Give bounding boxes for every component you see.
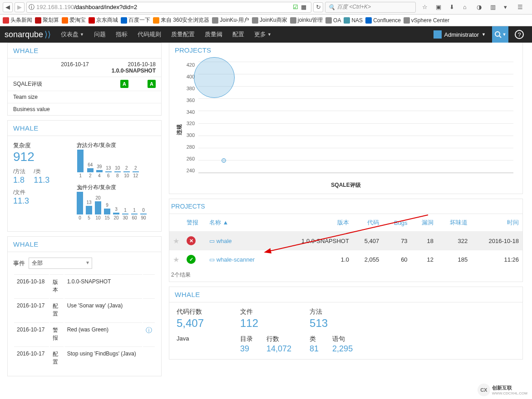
bookmark-item[interactable]: 百度一下	[121, 16, 150, 24]
bar-item: 2010	[95, 195, 101, 220]
bookmark-item[interactable]: 聚划算	[35, 16, 59, 24]
sonar-logo[interactable]: sonarqube⟩⟩	[5, 29, 51, 39]
back-button[interactable]: ◀	[3, 2, 13, 12]
bookmark-item[interactable]: 爱淘宝	[62, 16, 86, 24]
bar-item: 136	[105, 165, 112, 178]
stat-loc[interactable]: 5,407	[177, 317, 222, 330]
search-button[interactable]: ▼	[492, 26, 508, 43]
search-icon	[494, 31, 502, 38]
download-icon[interactable]: ⬇	[449, 4, 457, 11]
col-bugs[interactable]: Bugs	[383, 214, 411, 232]
project-row[interactable]: ★✓▭ whale-scanner1.02,055601218511:26	[169, 250, 522, 269]
stat-stmts[interactable]: 2,295	[332, 344, 353, 354]
reload-button[interactable]: ↻	[313, 2, 323, 12]
stat-lines[interactable]: 14,072	[266, 344, 291, 354]
stat-files[interactable]: 112	[240, 317, 291, 330]
right-column: PROJECTS 违规 4204003803603403203002802602…	[164, 43, 532, 381]
project-link[interactable]: whale	[217, 238, 232, 244]
bar-item: 212	[133, 165, 139, 178]
chart-xlabel: SQALE评级	[331, 181, 360, 189]
home-icon[interactable]: ⌂	[463, 4, 470, 11]
projects-table-panel: PROJECTS 警报名称 ▲版本代码Bugs漏洞坏味道时间 ★✕▭ whale…	[169, 199, 523, 282]
projects-bubble-chart: 违规 420400380360340320300280260240 SQALE评…	[178, 62, 513, 189]
bookmark-item[interactable]: NAS	[344, 17, 363, 24]
event-row: 2016-10-17警报Red (was Green)ⓘ	[14, 322, 155, 345]
date-col2: 2016-10-18	[112, 61, 156, 68]
project-row[interactable]: ★✕▭ whale1.0.0-SNAPSHOT5,40773183222016-…	[169, 232, 522, 250]
info-icon[interactable]: ⓘ	[146, 326, 152, 334]
bookmark-item[interactable]: 京东商城	[89, 16, 118, 24]
bookmark-item[interactable]: joinku管理	[290, 16, 323, 24]
url-bar[interactable]: ⓘ 192.168.1.190/dashboard/index?did=2 ☑ …	[26, 2, 311, 13]
bookmark-item[interactable]: JoinKu-用户	[212, 16, 249, 24]
stat-classes[interactable]: 81	[310, 344, 319, 354]
addon-icon[interactable]: ▾	[504, 4, 511, 11]
favorite-star-icon[interactable]: ★	[173, 256, 179, 263]
chart1-title: 方法分布/复杂度	[77, 141, 156, 149]
nav-item[interactable]: 指标	[111, 26, 132, 43]
url-text: 192.168.1.190/dashboard/index?did=2	[36, 4, 293, 10]
qg-fail-icon: ✕	[187, 236, 196, 245]
bar-item: 160	[131, 208, 138, 220]
bookmark-item[interactable]: JoinKu商家	[252, 16, 287, 24]
bar-item: 090	[140, 208, 147, 220]
col-name[interactable]: 名称 ▲	[206, 214, 278, 232]
pocket-icon[interactable]: ▣	[436, 4, 443, 11]
bar-item: 394	[96, 164, 103, 178]
bar-item: 210	[123, 165, 130, 178]
metric-row: Business value	[8, 103, 161, 115]
nav-item[interactable]: 配置	[228, 26, 249, 43]
bookmark-item[interactable]: vSphere Center	[404, 17, 449, 24]
user-menu[interactable]: Administrator ▼	[430, 30, 490, 39]
events-label: 事件	[13, 259, 25, 268]
browser-toolbar: ◀ ▶ ⓘ 192.168.1.190/dashboard/index?did=…	[0, 0, 532, 15]
watermark-logo-icon: CX	[478, 384, 490, 396]
bar-item: 3721	[77, 144, 84, 178]
col-loc[interactable]: 代码	[353, 214, 383, 232]
bubble-point[interactable]	[194, 57, 235, 98]
bubble-point[interactable]	[222, 158, 226, 163]
nav-item[interactable]: 代码规则	[133, 26, 166, 43]
col-version[interactable]: 版本	[278, 214, 353, 232]
whale-panel-events: WHALE 事件 全部 2016-10-18版本1.0.0-SNAPSHOT20…	[7, 236, 162, 376]
col-vuln[interactable]: 漏洞	[411, 214, 437, 232]
stat-dirs[interactable]: 39	[240, 344, 253, 354]
nav-item[interactable]: 更多▼	[250, 26, 276, 43]
sync-icon[interactable]: ◑	[477, 4, 484, 11]
whale-stats-panel: WHALE 代码行数5,407 Java 文件112 目录39 行数14,072…	[169, 287, 523, 360]
bookmark-item[interactable]: OA	[325, 17, 341, 24]
per-method-link[interactable]: 1.8	[13, 175, 25, 185]
col-alert[interactable]: 警报	[183, 214, 206, 232]
panel-title: WHALE	[8, 43, 161, 58]
nav-item[interactable]: 质量配置	[167, 26, 199, 43]
bookmark-item[interactable]: 头条新闻	[3, 16, 32, 24]
help-button[interactable]: ?	[515, 30, 524, 39]
browser-search[interactable]: 🔍 百度 <Ctrl+K>	[325, 2, 416, 13]
nav-item[interactable]: 质量阈	[200, 26, 227, 43]
stat-methods[interactable]: 513	[310, 317, 355, 330]
whale-panel-complexity: WHALE 复杂度 912 /方法1.8 /类11.3 /文件11.3 方法分布…	[7, 120, 162, 232]
per-class-link[interactable]: 11.3	[34, 175, 49, 185]
complexity-value[interactable]: 912	[13, 150, 72, 164]
project-link[interactable]: whale-scanner	[217, 256, 255, 263]
chart2-title: 文件分布/复杂度	[77, 184, 156, 191]
version-col2: 1.0.0-SNAPSHOT	[112, 68, 156, 74]
bookmark-star-icon[interactable]: ☆	[422, 4, 429, 11]
events-filter-select[interactable]: 全部	[29, 258, 92, 269]
col-smells[interactable]: 坏味道	[437, 214, 471, 232]
nav-item[interactable]: 仪表盘▼	[56, 26, 89, 43]
col-time[interactable]: 时间	[471, 214, 522, 232]
per-file-link[interactable]: 11.3	[13, 196, 72, 206]
complexity-label: 复杂度	[13, 141, 72, 150]
bar-item: 915	[104, 203, 110, 220]
favorite-star-icon[interactable]: ★	[173, 237, 179, 245]
date-col1: 2016-10-17	[61, 61, 89, 68]
nav-item[interactable]: 问题	[89, 26, 110, 43]
panel-icon[interactable]: ▥	[490, 4, 498, 11]
bar-item: 130	[122, 208, 128, 220]
bar-item: 135	[86, 200, 92, 220]
bookmark-item[interactable]: Confluence	[365, 17, 401, 24]
bookmark-item[interactable]: 来自 360安全浏览器	[153, 16, 209, 24]
panel-title: PROJECTS	[169, 43, 522, 58]
menu-icon[interactable]: ☰	[517, 4, 525, 11]
